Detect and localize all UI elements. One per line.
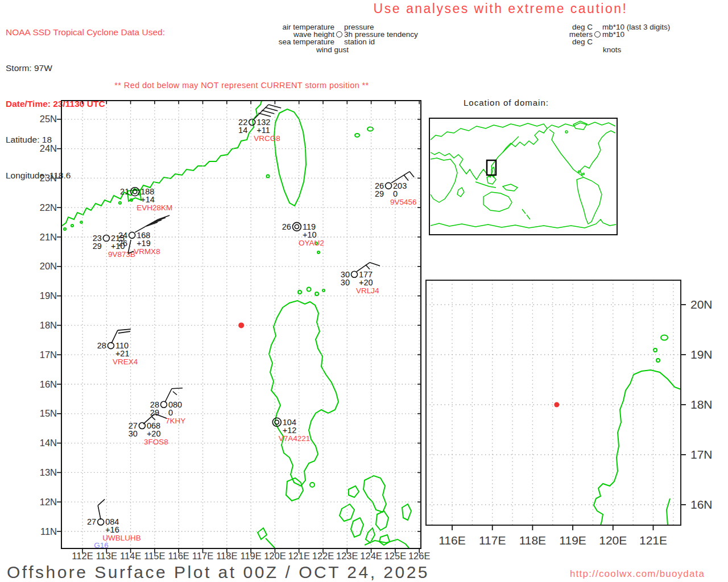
station-id-label: VRCG8 [254, 134, 280, 143]
coastline-indonesia [475, 182, 496, 188]
wind-barb-icon [258, 113, 271, 117]
svg-text:112E: 112E [72, 551, 93, 561]
main-map-coastlines [61, 101, 411, 548]
station-3FOS8: 2706830+203FOS8 [129, 414, 168, 446]
svg-text:26: 26 [282, 222, 291, 231]
station-id-label: 7KHY [166, 417, 185, 425]
coastline-east-luzon-zoom [667, 498, 670, 525]
station-circle-icon [386, 182, 392, 189]
svg-text:23N: 23N [40, 173, 57, 183]
station-circle-icon [107, 343, 114, 349]
wind-barb-icon [98, 505, 101, 519]
svg-text:12N: 12N [40, 497, 57, 507]
storm-position-dot-zoom [554, 402, 559, 408]
offshore-surface-plot-page: NOAA SSD Tropical Cyclone Data Used: Sto… [0, 0, 728, 582]
coastline-arctic-america [547, 122, 615, 128]
main-map-axis-labels: 112E113E114E115E116E117E118E119E120E121E… [40, 114, 431, 561]
station-circle-icon [351, 271, 357, 277]
svg-text:29: 29 [375, 189, 384, 198]
svg-text:15N: 15N [40, 408, 57, 418]
svg-text:0: 0 [393, 189, 398, 198]
wind-barb-icon [265, 107, 278, 111]
station-id-label: VRMX8 [134, 247, 160, 256]
wind-barb-icon [98, 499, 105, 505]
wind-barb-icon [173, 392, 177, 395]
coastline-north-america [549, 130, 615, 176]
svg-text:30: 30 [129, 429, 138, 438]
world-inset-coastlines [431, 121, 616, 228]
svg-text:124E: 124E [360, 551, 382, 561]
svg-text:+10: +10 [303, 230, 317, 239]
coastline-babuyan [322, 289, 325, 292]
svg-text:113E: 113E [96, 551, 117, 561]
svg-text:25N: 25N [40, 114, 57, 124]
coastline-penghu [267, 175, 270, 178]
svg-text:125E: 125E [384, 551, 407, 561]
svg-text:120E: 120E [264, 551, 286, 561]
svg-text:17N: 17N [690, 448, 713, 461]
station-7KHY: 280802907KHY [150, 388, 185, 425]
svg-text:115E: 115E [144, 551, 165, 561]
station-id-label: VRLJ4 [356, 286, 379, 295]
wind-barb-icon [404, 175, 408, 181]
wind-barb-icon [262, 110, 274, 114]
station-inner-circle-icon [275, 420, 279, 424]
svg-text:119E: 119E [559, 534, 586, 547]
svg-text:118E: 118E [519, 534, 547, 547]
svg-text:17N: 17N [40, 350, 57, 360]
coastline-negros [351, 518, 363, 537]
svg-text:19N: 19N [40, 290, 57, 301]
coastline-iceland [565, 131, 568, 133]
svg-text:18N: 18N [40, 320, 57, 330]
coastline-bohol [379, 535, 390, 545]
svg-text:29: 29 [150, 408, 159, 417]
coastal-island [119, 202, 121, 204]
svg-text:26: 26 [118, 239, 127, 248]
svg-text:122E: 122E [312, 551, 334, 561]
coastline-mindoro [286, 478, 303, 501]
svg-text:30: 30 [341, 278, 350, 287]
station-id-label: V7A4221 [279, 434, 311, 443]
coastline-south-america [577, 177, 602, 224]
wind-barb-icon [154, 218, 166, 222]
right-map-coastlines [594, 335, 681, 526]
wind-barb-icon [118, 331, 130, 333]
plot-canvas: 112E113E114E115E116E117E118E119E120E121E… [0, 0, 728, 582]
svg-text:+16: +16 [105, 525, 119, 534]
svg-text:+12: +12 [283, 426, 297, 435]
station-9V5456: 262032909V5456 [375, 172, 417, 206]
coastline-samar [363, 476, 386, 512]
coastline-luzon [269, 301, 338, 486]
svg-text:117E: 117E [479, 534, 506, 547]
svg-text:+14: +14 [140, 195, 155, 204]
svg-text:18N: 18N [690, 398, 713, 411]
station-VRLJ4: 3017730+20VRLJ4 [341, 263, 380, 295]
coastline-caribbean [578, 171, 580, 173]
coastline-japan [503, 136, 519, 152]
svg-text:+11: +11 [257, 126, 270, 135]
coastline-babuyan-zoom [653, 348, 657, 352]
svg-text:16N: 16N [40, 379, 57, 389]
coastline-yaeyama [367, 127, 373, 131]
coastline-new-guinea [503, 184, 518, 191]
station-VREX4: 28110+21VREX4 [97, 329, 138, 366]
coastline-babuyan [307, 288, 311, 292]
svg-text:19N: 19N [690, 348, 713, 361]
coastline-new-zealand [522, 209, 530, 219]
station-id-label: OYAU2 [299, 239, 324, 247]
station-id-label: 9V873B [108, 250, 135, 259]
wind-barb-icon [366, 265, 370, 269]
wind-barb-icon [118, 329, 131, 330]
station-id-label: 9V5456 [390, 198, 417, 206]
station-circle-icon [160, 401, 167, 408]
svg-text:14: 14 [238, 126, 247, 135]
svg-text:28: 28 [97, 341, 106, 350]
svg-text:120E: 120E [599, 534, 627, 547]
station-circle-icon [98, 519, 104, 525]
storm-position-dot-main [238, 322, 244, 328]
station-id-label: VREX4 [113, 357, 138, 366]
coastline-madagascar [457, 188, 464, 197]
station-circle-icon [292, 222, 301, 231]
svg-text:11N: 11N [40, 526, 57, 537]
coastline-africa [431, 158, 457, 202]
